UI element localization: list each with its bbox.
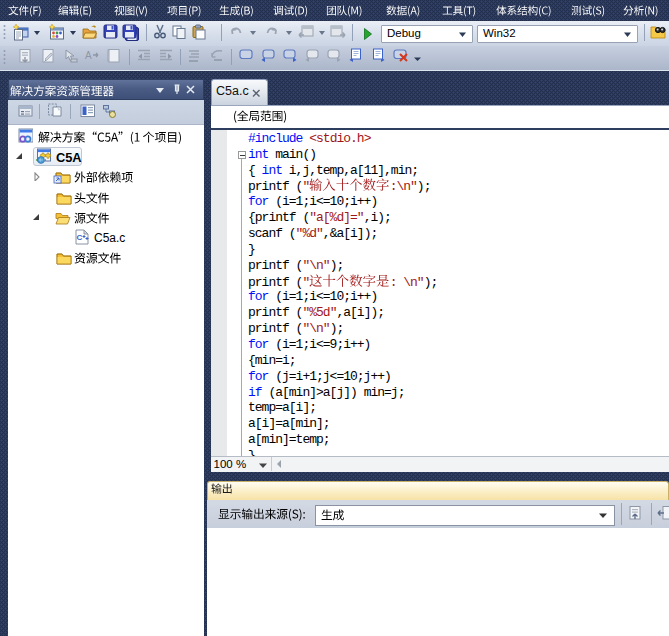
svg-text:C: C: [77, 233, 83, 242]
svg-text:A: A: [85, 50, 92, 61]
